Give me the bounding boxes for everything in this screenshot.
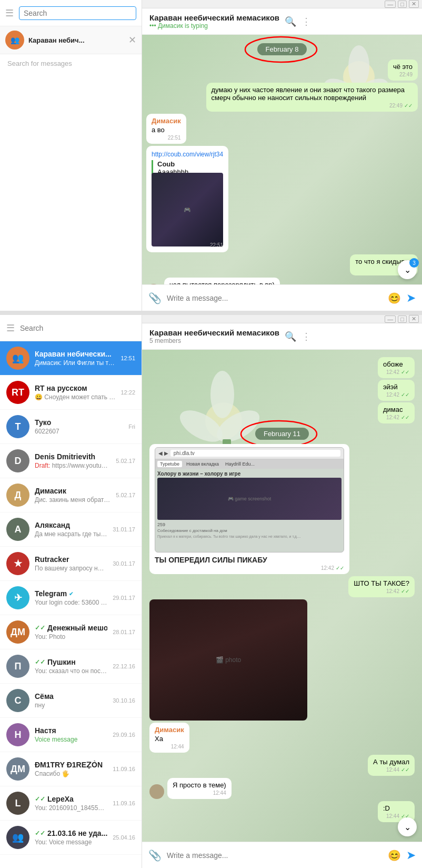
message-time: 22:51 — [168, 135, 181, 141]
chat-list-item[interactable]: ★ Rutracker По вашему запросу ничего не … — [0, 547, 142, 581]
message-input[interactable] — [167, 294, 383, 302]
chat-list-item[interactable]: ДМ ÐM1TRY Ð1REẒÒN Спасибо 🖐 11.09.16 — [0, 752, 142, 786]
message-row: чел пытается перезарядить в вр) 22:51 — [146, 278, 418, 284]
close-button[interactable]: ✕ — [409, 0, 419, 8]
chat-time: 29.01.17 — [113, 595, 135, 601]
message-time: 12:42 — [386, 392, 399, 398]
chat-preview: You: сказал что он послал нахуй... — [35, 667, 107, 675]
search-icon[interactable]: 🔍 — [285, 16, 296, 27]
chat-info: ✓✓Пушкин You: сказал что он послал нахуй… — [35, 658, 107, 675]
emoji-icon-2[interactable]: 😊 — [388, 849, 401, 862]
chat-preview: You: Photo — [35, 633, 107, 640]
chat-list-item[interactable]: ✈ Telegram✔ Your login code: 53600 This … — [0, 581, 142, 615]
chat-time: 12:22 — [120, 389, 135, 396]
maximize-button-2[interactable]: □ — [398, 315, 407, 323]
message-bubble: думаю у них частое явление и они знают ч… — [206, 83, 418, 112]
message-bubble: эйэй 12:42✓✓ — [378, 380, 415, 401]
more-icon-2[interactable]: ⋮ — [302, 331, 311, 342]
message-row: ШТО ТЫ ТАКОЕ? 12:42 ✓✓ — [149, 576, 415, 597]
emoji-icon[interactable]: 😊 — [388, 292, 401, 304]
date-badge-wrapper-2: February 11 — [149, 428, 415, 440]
chat-info: Аляксанд Да мне насрать где ты! Отвечай.… — [35, 521, 107, 538]
chat-meta: 12:22 — [120, 389, 135, 396]
chat-list-item[interactable]: RT RT на русском 😀 Сноуден может спать с… — [0, 376, 142, 410]
chat-list-item[interactable]: 👥 ✓✓21.03.16 не уда... You: Voice messag… — [0, 821, 142, 855]
chat-time: 28.01.17 — [113, 629, 135, 635]
attachment-icon[interactable]: 📎 — [148, 292, 162, 304]
hamburger-icon[interactable]: ☰ — [6, 322, 15, 334]
chat-meta: 31.01.17 — [113, 526, 135, 532]
message-time: 12:44 — [213, 790, 226, 796]
search-icon-2[interactable]: 🔍 — [285, 331, 296, 342]
chat-info: ✓✓Денежный мешок You: Photo — [35, 624, 107, 640]
message-time: 12:44 — [171, 744, 184, 749]
message-bubble: димас 12:42✓✓ — [378, 402, 415, 423]
chat-list-item[interactable]: А Аляксанд Да мне насрать где ты! Отвеча… — [0, 512, 142, 547]
chat-name: Аляксанд — [35, 521, 107, 529]
message-text: чё это — [393, 63, 413, 71]
chat-time: 31.01.17 — [113, 526, 135, 532]
hamburger-icon[interactable]: ☰ — [5, 7, 14, 19]
minimize-button[interactable]: — — [385, 1, 396, 8]
message-bubble: Я просто в теме) 12:44 — [167, 778, 232, 799]
scroll-down-button[interactable]: ⌄ 3 — [398, 260, 417, 279]
chevron-down-icon: ⌄ — [404, 265, 411, 275]
chat-list-item[interactable]: Н Настя Voice message 29.09.16 — [0, 718, 142, 752]
chat-list-item[interactable]: Д Димасик Дис. закинь меня обратно в ко.… — [0, 478, 142, 512]
chat-list-item[interactable]: D Denis Dmitrievith Draft: https://www.y… — [0, 444, 142, 478]
chat-meta: 5.02.17 — [116, 458, 135, 464]
chat-list: 👥 Каравaн небически... Димасик: Или Фигл… — [0, 341, 142, 855]
send-button[interactable]: ➤ — [406, 291, 416, 305]
chat-preview: Draft: https://www.youtube.com/... — [35, 462, 110, 469]
minimize-button-2[interactable]: — — [385, 315, 396, 323]
date-badge-text-2: February 11 — [264, 430, 300, 438]
message-time: 12:44 — [386, 767, 399, 773]
chat-name: Сёма — [35, 692, 107, 701]
avatar: Д — [6, 484, 29, 507]
message-row: http://coub.com/view/rjt34 Coub Aaaahhhh… — [146, 146, 418, 252]
attachment-icon-2[interactable]: 📎 — [148, 849, 162, 862]
chat-list-item[interactable]: L ✓✓LepeXa You: 20160910_184555.jpg 11.0… — [0, 786, 142, 821]
message-row: ◀ ▶ phi.dla.tv Typetube Новая вкладка Ha… — [149, 444, 415, 574]
top-chat-input-bar: 📎 😊 ➤ — [142, 284, 422, 311]
message-bubble: чел пытается перезарядить в вр) 22:51 — [164, 278, 280, 284]
chat-time: 11.09.16 — [113, 800, 135, 806]
close-search-button[interactable]: ✕ — [128, 34, 136, 46]
checks: ✓✓ — [401, 369, 409, 375]
chat-meta: 30.01.17 — [113, 560, 135, 567]
message-row: А ты думал 12:44 ✓✓ — [149, 755, 415, 776]
chat-preview: пну — [35, 702, 107, 709]
avatar: D — [6, 449, 29, 472]
chat-list-item[interactable]: С Сёма пну 30.10.16 — [0, 684, 142, 718]
avatar: 👥 — [6, 347, 29, 370]
send-button-2[interactable]: ➤ — [406, 849, 416, 862]
top-search-bar: ☰ — [0, 0, 142, 26]
chat-meta: Fri — [128, 423, 135, 430]
chat-list-item[interactable]: ДМ ✓✓Денежный мешок You: Photo 28.01.17 — [0, 615, 142, 649]
link-url[interactable]: http://coub.com/view/rjt34 — [152, 151, 223, 158]
close-button-2[interactable]: ✕ — [409, 315, 419, 323]
chat-time: 30.01.17 — [113, 560, 135, 567]
search-messages-label: Search for messages — [0, 54, 142, 73]
avatar: А — [6, 518, 29, 541]
chat-info: Telegram✔ Your login code: 53600 This co… — [35, 589, 107, 606]
top-sidebar: ☰ 👥 Каравaн небич... ✕ Search for messag… — [0, 0, 142, 311]
maximize-button[interactable]: □ — [398, 1, 407, 8]
chat-list-item[interactable]: П ✓✓Пушкин You: сказал что он послал нах… — [0, 649, 142, 684]
chat-info: Denis Dmitrievith Draft: https://www.you… — [35, 452, 110, 469]
chat-name: ✓✓Денежный мешок — [35, 624, 107, 632]
avatar: 👥 — [5, 31, 24, 50]
search-input[interactable] — [19, 6, 136, 20]
message-input-bottom[interactable] — [167, 851, 383, 860]
chat-list-item[interactable]: 👥 Каравaн небически... Димасик: Или Фигл… — [0, 341, 142, 376]
message-row: то что я скидывал 22:51 — [146, 254, 418, 275]
chat-time: 30.10.16 — [113, 697, 135, 704]
message-row: 🎬 photo — [149, 599, 415, 721]
scroll-down-button-2[interactable]: ⌄ — [398, 817, 417, 836]
chat-list-item[interactable]: T Туко 6022607 Fri — [0, 410, 142, 444]
message-text: ШТО ТЫ ТАКОЕ? — [354, 579, 409, 587]
chat-info: Туко 6022607 — [35, 418, 123, 435]
search-input-bottom[interactable] — [20, 324, 135, 332]
chat-title: Каравaн неебический мемасиков — [149, 13, 279, 22]
more-icon[interactable]: ⋮ — [302, 16, 311, 27]
